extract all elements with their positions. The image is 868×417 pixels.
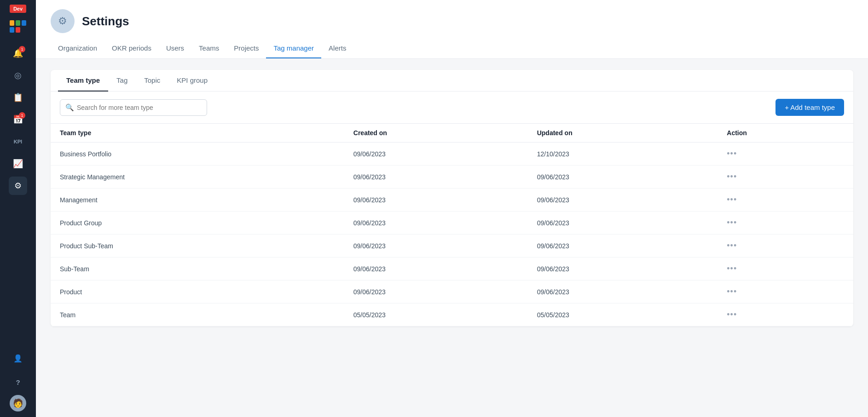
cell-created-on: 09/06/2023 [344,211,528,234]
action-menu-button[interactable]: ••• [727,310,737,319]
cell-updated-on: 09/06/2023 [528,166,718,189]
tab-tag[interactable]: Tag [108,70,136,91]
chart-icon: 📈 [13,159,23,169]
sidebar-item-bell[interactable]: 🔔 1 [9,44,27,63]
cell-created-on: 05/05/2023 [344,303,528,326]
cell-team-type: Product [51,280,344,303]
action-menu-button[interactable]: ••• [727,149,737,158]
data-table-wrapper: Team type Created on Updated on Action B… [51,123,853,326]
tab-users[interactable]: Users [159,40,191,58]
tab-kpi-group[interactable]: KPI group [168,70,216,91]
cell-action: ••• [718,257,853,280]
table-row: Business Portfolio09/06/202312/10/2023••… [51,143,853,166]
table-row: Sub-Team09/06/202309/06/2023••• [51,257,853,280]
cell-team-type: Product Group [51,211,344,234]
col-created-on: Created on [344,124,528,143]
cell-action: ••• [718,280,853,303]
sidebar-item-chart[interactable]: 📈 [9,154,27,173]
action-menu-button[interactable]: ••• [727,287,737,296]
table-row: Strategic Management09/06/202309/06/2023… [51,166,853,189]
sidebar-item-kpi[interactable]: KPI [9,132,27,151]
sidebar-item-help[interactable]: ? [9,373,27,391]
cell-updated-on: 09/06/2023 [528,257,718,280]
svg-rect-2 [22,20,26,26]
svg-rect-1 [16,20,20,26]
cell-team-type: Business Portfolio [51,143,344,166]
table-row: Product Group09/06/202309/06/2023••• [51,211,853,234]
bell-badge: 1 [19,46,25,52]
col-updated-on: Updated on [528,124,718,143]
target-icon: ◎ [14,70,22,80]
cell-updated-on: 12/10/2023 [528,143,718,166]
search-input[interactable] [60,99,207,116]
table-row: Team05/05/202305/05/2023••• [51,303,853,326]
tab-alerts[interactable]: Alerts [321,40,353,58]
col-team-type: Team type [51,124,344,143]
add-team-type-button[interactable]: + Add team type [775,99,844,116]
clipboard-icon: 📋 [13,92,23,103]
action-menu-button[interactable]: ••• [727,195,737,204]
cell-action: ••• [718,211,853,234]
cell-updated-on: 09/06/2023 [528,211,718,234]
sidebar-item-calendar[interactable]: 📅 1 [9,110,27,129]
action-menu-button[interactable]: ••• [727,241,737,250]
page-header: ⚙ Settings Organization OKR periods User… [36,0,868,59]
tab-projects[interactable]: Projects [226,40,266,58]
tab-teams[interactable]: Teams [191,40,226,58]
tab-topic[interactable]: Topic [136,70,168,91]
action-menu-button[interactable]: ••• [727,172,737,181]
cell-updated-on: 09/06/2023 [528,189,718,211]
help-icon: ? [16,378,20,386]
sidebar-item-clipboard[interactable]: 📋 [9,88,27,107]
table-row: Product Sub-Team09/06/202309/06/2023••• [51,234,853,257]
app-logo [10,20,26,35]
tab-okr-periods[interactable]: OKR periods [104,40,159,58]
tab-panel: Team type Tag Topic KPI group 🔍 + Add te… [51,70,853,326]
cell-team-type: Strategic Management [51,166,344,189]
sidebar-item-target[interactable]: ◎ [9,66,27,85]
cell-action: ••• [718,143,853,166]
action-menu-button[interactable]: ••• [727,264,737,273]
cell-action: ••• [718,166,853,189]
table-row: Product09/06/202309/06/2023••• [51,280,853,303]
tab-organization[interactable]: Organization [51,40,104,58]
svg-rect-3 [10,27,14,33]
sub-tabs: Team type Tag Topic KPI group [51,70,853,91]
content-area: Team type Tag Topic KPI group 🔍 + Add te… [36,59,868,417]
sidebar-item-settings[interactable]: ⚙ [9,177,27,195]
cell-team-type: Sub-Team [51,257,344,280]
user-avatar[interactable]: 🧑 [10,395,26,411]
main-content: ⚙ Settings Organization OKR periods User… [36,0,868,417]
cell-team-type: Management [51,189,344,211]
cell-created-on: 09/06/2023 [344,257,528,280]
team-type-table: Team type Created on Updated on Action B… [51,123,853,326]
dev-badge: Dev [10,5,26,13]
table-toolbar: 🔍 + Add team type [51,91,853,123]
tab-tag-manager[interactable]: Tag manager [266,40,321,58]
cell-created-on: 09/06/2023 [344,166,528,189]
sidebar: Dev 🔔 1 ◎ 📋 📅 1 KPI 📈 ⚙ 👤 ? [0,0,36,417]
cell-updated-on: 09/06/2023 [528,234,718,257]
add-user-icon: 👤 [13,354,23,363]
cell-created-on: 09/06/2023 [344,143,528,166]
action-menu-button[interactable]: ••• [727,218,737,227]
cell-updated-on: 09/06/2023 [528,280,718,303]
page-title: Settings [82,14,129,29]
tab-team-type[interactable]: Team type [58,70,108,91]
settings-page-icon: ⚙ [58,15,67,27]
top-nav-tabs: Organization OKR periods Users Teams Pro… [51,40,853,58]
header-top: ⚙ Settings [51,9,853,33]
sidebar-bottom: 👤 ? 🧑 [9,347,27,417]
col-action: Action [718,124,853,143]
cell-team-type: Team [51,303,344,326]
search-icon: 🔍 [65,103,74,112]
sidebar-item-add-user[interactable]: 👤 [9,349,27,367]
cell-action: ••• [718,189,853,211]
table-row: Management09/06/202309/06/2023••• [51,189,853,211]
cell-created-on: 09/06/2023 [344,280,528,303]
cell-team-type: Product Sub-Team [51,234,344,257]
table-header-row: Team type Created on Updated on Action [51,124,853,143]
cell-action: ••• [718,303,853,326]
svg-rect-0 [10,20,14,26]
cell-action: ••• [718,234,853,257]
